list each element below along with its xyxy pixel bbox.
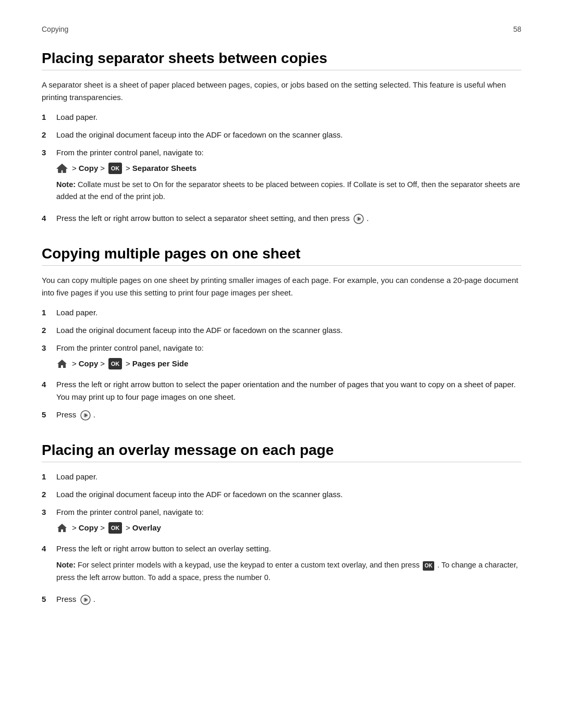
step-4-separator: 4 Press the left or right arrow button t… <box>42 212 521 225</box>
section-intro-multiple-pages: You can copy multiple pages on one sheet… <box>42 274 521 299</box>
steps-list-multiple-pages: 1 Load paper. 2 Load the original docume… <box>42 306 521 421</box>
nav-arrow: > <box>100 522 105 534</box>
step-number: 1 <box>42 111 56 124</box>
step-content: Press . <box>56 409 521 421</box>
step-2-separator: 2 Load the original document faceup into… <box>42 129 521 141</box>
steps-list-separator-sheets: 1 Load paper. 2 Load the original docume… <box>42 111 521 225</box>
nav-arrow: > <box>72 357 77 370</box>
step-4-multiple: 4 Press the left or right arrow button t… <box>42 378 521 403</box>
step-content: Press the left or right arrow button to … <box>56 542 521 587</box>
nav-end-label: Separator Sheets <box>132 162 197 175</box>
section-label: Copying <box>42 25 68 33</box>
step-4-overlay: 4 Press the left or right arrow button t… <box>42 542 521 587</box>
start-icon <box>80 410 91 421</box>
page-number: 58 <box>513 25 521 33</box>
start-icon <box>80 594 91 606</box>
nav-copy-label: Copy <box>79 357 99 370</box>
page-header: Copying 58 <box>42 25 521 33</box>
nav-arrow: > <box>126 162 130 175</box>
step-number: 2 <box>42 324 56 337</box>
nav-arrow: > <box>100 162 105 175</box>
step-number: 2 <box>42 488 56 501</box>
home-icon <box>56 359 68 369</box>
note-overlay: Note: For select printer models with a k… <box>56 559 521 583</box>
step-number: 1 <box>42 306 56 319</box>
note-separator: Note: Collate must be set to On for the … <box>56 179 521 203</box>
svg-marker-9 <box>57 524 67 532</box>
step-number: 3 <box>42 506 56 519</box>
section-multiple-pages: Copying multiple pages on one sheet You … <box>42 245 521 421</box>
step-content: Load paper. <box>56 306 521 319</box>
nav-copy-label: Copy <box>79 162 99 175</box>
section-title-overlay: Placing an overlay message on each page <box>42 442 521 462</box>
section-overlay: Placing an overlay message on each page … <box>42 442 521 605</box>
step-content: Load the original document faceup into t… <box>56 488 521 501</box>
start-icon <box>353 213 364 225</box>
step-content: From the printer control panel, navigate… <box>56 146 521 207</box>
step-content: From the printer control panel, navigate… <box>56 506 521 537</box>
nav-arrow: > <box>100 357 105 370</box>
nav-path-separator: > Copy > OK > Separator Sheets <box>56 162 521 175</box>
step-3-overlay: 3 From the printer control panel, naviga… <box>42 506 521 537</box>
step-content: Load the original document faceup into t… <box>56 324 521 337</box>
steps-list-overlay: 1 Load paper. 2 Load the original docume… <box>42 471 521 605</box>
step-2-multiple: 2 Load the original document faceup into… <box>42 324 521 337</box>
step-number: 4 <box>42 212 56 225</box>
note-text: For select printer models with a keypad,… <box>78 561 422 569</box>
note-label: Note: <box>56 180 76 189</box>
nav-path-overlay: > Copy > OK > Overlay <box>56 522 521 534</box>
step-1-separator: 1 Load paper. <box>42 111 521 124</box>
step-number: 5 <box>42 593 56 606</box>
step-5-overlay: 5 Press . <box>42 593 521 606</box>
nav-arrow: > <box>72 162 77 175</box>
section-intro-separator-sheets: A separator sheet is a sheet of paper pl… <box>42 79 521 104</box>
nav-arrow: > <box>126 357 130 370</box>
step-number: 2 <box>42 129 56 141</box>
note-text: Collate must be set to On for the separa… <box>56 180 520 201</box>
note-label: Note: <box>56 561 76 569</box>
ok-icon: OK <box>108 163 122 174</box>
nav-arrow: > <box>126 522 130 534</box>
section-title-multiple-pages: Copying multiple pages on one sheet <box>42 245 521 266</box>
ok-inline-icon: OK <box>423 561 434 571</box>
nav-copy-label: Copy <box>79 522 99 534</box>
svg-marker-1 <box>57 164 67 172</box>
nav-end-label: Pages per Side <box>132 357 189 370</box>
step-3-multiple: 3 From the printer control panel, naviga… <box>42 342 521 373</box>
step-5-multiple: 5 Press . <box>42 409 521 421</box>
step-1-overlay: 1 Load paper. <box>42 471 521 483</box>
step-content: From the printer control panel, navigate… <box>56 342 521 373</box>
ok-icon: OK <box>108 522 122 534</box>
step-content: Load paper. <box>56 111 521 124</box>
step-content: Press the left or right arrow button to … <box>56 378 521 403</box>
step-number: 5 <box>42 409 56 421</box>
home-icon <box>56 163 68 174</box>
nav-arrow: > <box>72 522 77 534</box>
step-1-multiple: 1 Load paper. <box>42 306 521 319</box>
home-icon <box>56 523 68 533</box>
step-content: Load the original document faceup into t… <box>56 129 521 141</box>
nav-end-label: Overlay <box>132 522 161 534</box>
step-number: 4 <box>42 378 56 391</box>
step-number: 3 <box>42 342 56 354</box>
ok-icon: OK <box>108 358 122 369</box>
step-content: Press the left or right arrow button to … <box>56 212 521 225</box>
step-3-separator: 3 From the printer control panel, naviga… <box>42 146 521 207</box>
section-separator-sheets: Placing separator sheets between copies … <box>42 50 521 225</box>
step-content: Load paper. <box>56 471 521 483</box>
step-number: 3 <box>42 146 56 159</box>
step-number: 4 <box>42 542 56 555</box>
svg-marker-5 <box>57 360 67 368</box>
nav-path-multiple: > Copy > OK > Pages per Side <box>56 357 521 370</box>
page-container: Copying 58 Placing separator sheets betw… <box>0 0 563 658</box>
step-2-overlay: 2 Load the original document faceup into… <box>42 488 521 501</box>
step-number: 1 <box>42 471 56 483</box>
step-content: Press . <box>56 593 521 606</box>
section-title-separator-sheets: Placing separator sheets between copies <box>42 50 521 70</box>
